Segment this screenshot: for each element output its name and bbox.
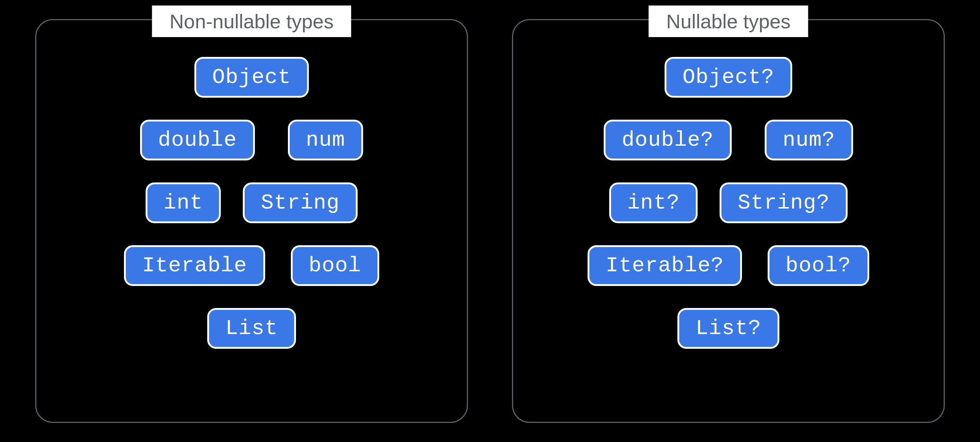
panel-title: Nullable types	[648, 5, 808, 37]
type-row: double? num?	[604, 120, 853, 160]
panel-title: Non-nullable types	[152, 5, 351, 37]
type-row: int? String?	[609, 182, 848, 223]
type-row: List	[207, 308, 296, 349]
type-badge-bool: bool	[291, 245, 379, 286]
type-row: Iterable bool	[124, 245, 379, 286]
type-row: List?	[678, 308, 779, 349]
type-badge-object: Object	[194, 57, 309, 97]
type-row: Object	[194, 57, 309, 97]
type-badge-object-nullable: Object?	[665, 57, 792, 97]
non-nullable-panel: Non-nullable types Object double num int…	[35, 19, 468, 423]
type-badge-double: double	[140, 120, 255, 160]
type-badge-iterable: Iterable	[124, 245, 265, 286]
type-badge-string-nullable: String?	[720, 182, 848, 223]
type-badge-list: List	[207, 308, 296, 349]
type-badge-num-nullable: num?	[765, 120, 853, 160]
type-row: Object?	[665, 57, 792, 97]
type-badge-num: num	[288, 120, 363, 160]
type-badge-string: String	[243, 182, 358, 223]
type-row: int String	[146, 182, 358, 223]
nullable-panel: Nullable types Object? double? num? int?…	[512, 19, 945, 423]
type-row: Iterable? bool?	[587, 245, 869, 286]
type-badge-double-nullable: double?	[604, 120, 732, 160]
type-badge-int-nullable: int?	[609, 182, 698, 223]
type-row: double num	[140, 120, 363, 160]
type-badge-bool-nullable: bool?	[768, 245, 869, 286]
type-badge-iterable-nullable: Iterable?	[587, 245, 741, 286]
type-badge-int: int	[146, 182, 221, 223]
type-badge-list-nullable: List?	[678, 308, 779, 349]
